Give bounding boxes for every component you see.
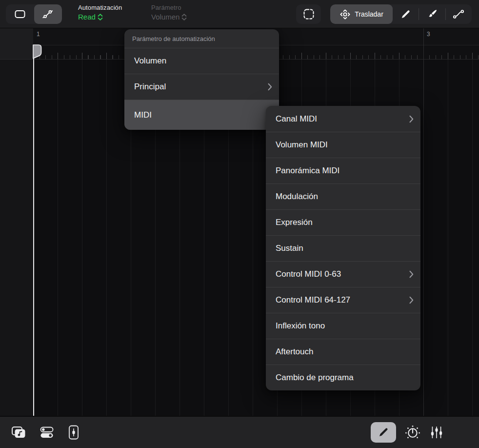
menu-item-midi[interactable]: MIDI	[124, 100, 279, 130]
playhead-handle[interactable]	[33, 44, 42, 60]
bottom-toolbar	[0, 416, 479, 448]
curve-icon	[453, 9, 464, 19]
playhead-line	[33, 45, 34, 416]
submenu-item-control-midi-64-127[interactable]: Control MIDI 64-127	[266, 287, 420, 313]
automation-curve-icon	[42, 9, 54, 19]
submenu-item-volumen-midi[interactable]: Volumen MIDI	[266, 132, 420, 158]
submenu-item-expresion[interactable]: Expresión	[266, 209, 420, 235]
submenu-item-canal-midi[interactable]: Canal MIDI	[266, 106, 420, 132]
submenu-item-panoramica-midi[interactable]: Panorámica MIDI	[266, 158, 420, 183]
move-tool-label: Trasladar	[355, 10, 383, 18]
draw-mode-button[interactable]	[371, 422, 396, 443]
automation-mode-control[interactable]: Automatización Read	[78, 4, 122, 21]
brush-icon	[427, 9, 438, 20]
mixer-sliders-icon	[429, 426, 444, 439]
chevron-right-icon	[409, 296, 414, 304]
top-toolbar: Automatización Read Parámetro Volumen	[0, 0, 479, 28]
chevron-up-down-icon	[98, 14, 103, 20]
chevron-right-icon	[268, 83, 272, 91]
submenu-item-sustain[interactable]: Sustain	[266, 235, 420, 261]
track-gutter	[0, 60, 33, 416]
parameter-control[interactable]: Parámetro Volumen	[151, 4, 187, 21]
automation-parameter-menu: Parámetro de automatización Volumen Prin…	[124, 29, 279, 130]
parameter-value: Volumen	[151, 13, 187, 21]
automation-mode-label: Automatización	[78, 4, 122, 11]
bar-3-gridline	[423, 28, 424, 416]
submenu-item-modulacion[interactable]: Modulación	[266, 183, 420, 209]
brush-tool-button[interactable]	[419, 4, 445, 24]
regions-icon	[14, 9, 26, 19]
tracks-browser-button[interactable]	[11, 426, 26, 439]
marquee-select-button[interactable]	[296, 4, 321, 24]
menu-item-principal[interactable]: Principal	[124, 74, 279, 100]
menu-title: Parámetro de automatización	[124, 29, 279, 48]
regions-view-button[interactable]	[6, 4, 34, 24]
curve-tool-button[interactable]	[446, 4, 472, 24]
track-gutter-header	[0, 28, 33, 60]
view-switcher	[6, 4, 62, 24]
automation-editor: Automatización Read Parámetro Volumen	[0, 0, 479, 448]
submenu-item-cambio-de-programa[interactable]: Cambio de programa	[266, 365, 420, 390]
midi-submenu: Canal MIDI Volumen MIDI Panorámica MIDI …	[266, 106, 420, 390]
submenu-item-control-midi-0-63[interactable]: Control MIDI 0-63	[266, 261, 420, 287]
submenu-item-aftertouch[interactable]: Aftertouch	[266, 339, 420, 365]
pencil-icon	[378, 427, 389, 438]
chevron-up-down-icon	[181, 14, 187, 20]
quantize-dial-button[interactable]	[404, 424, 421, 441]
controls-button[interactable]	[39, 426, 55, 439]
knob-dial-icon	[404, 424, 421, 441]
ruler-bar-1: 1	[37, 31, 40, 38]
automation-view-button[interactable]	[34, 4, 62, 24]
menu-item-volumen[interactable]: Volumen	[124, 48, 279, 74]
fader-panel-button[interactable]	[67, 425, 80, 440]
move-tool-button[interactable]: Trasladar	[330, 4, 393, 24]
controls-toggles-icon	[39, 426, 55, 439]
chevron-right-icon	[409, 270, 414, 278]
submenu-item-inflexion-tono[interactable]: Inflexión tono	[266, 313, 420, 339]
edit-tools: Trasladar	[330, 4, 472, 24]
automation-timeline: 1 3 Parámetro de automatización Volumen …	[0, 28, 479, 416]
pencil-icon	[400, 9, 411, 20]
move-icon	[339, 9, 351, 20]
pencil-tool-button[interactable]	[393, 4, 419, 24]
ruler-bar-3: 3	[427, 31, 430, 38]
tracks-browser-icon	[11, 426, 26, 439]
parameter-label: Parámetro	[151, 4, 187, 11]
chevron-right-icon	[409, 115, 414, 123]
automation-mode-value: Read	[78, 13, 122, 21]
fader-icon	[67, 425, 80, 440]
mixer-button[interactable]	[429, 426, 444, 439]
marquee-selection-icon	[302, 8, 315, 20]
